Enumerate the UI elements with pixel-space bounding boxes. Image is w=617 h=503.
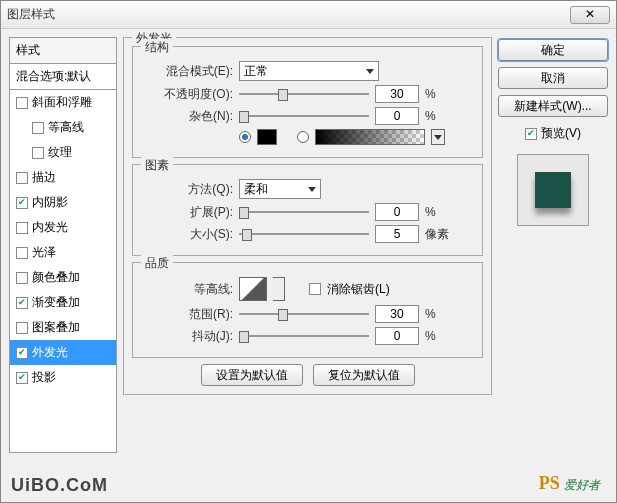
jitter-input[interactable]: 0 bbox=[375, 327, 419, 345]
style-checkbox[interactable] bbox=[16, 322, 28, 334]
reset-default-button[interactable]: 复位为默认值 bbox=[313, 364, 415, 386]
style-checkbox[interactable] bbox=[16, 197, 28, 209]
layer-style-dialog: 图层样式 ✕ 样式 混合选项:默认 斜面和浮雕等高线纹理描边内阴影内发光光泽颜色… bbox=[0, 0, 617, 503]
opacity-label: 不透明度(O): bbox=[143, 86, 233, 103]
color-radio[interactable] bbox=[239, 131, 251, 143]
contour-dropdown-button[interactable] bbox=[273, 277, 285, 301]
range-unit: % bbox=[425, 307, 436, 321]
element-title: 图素 bbox=[141, 157, 173, 174]
styles-panel: 样式 混合选项:默认 斜面和浮雕等高线纹理描边内阴影内发光光泽颜色叠加渐变叠加图… bbox=[9, 37, 117, 453]
jitter-label: 抖动(J): bbox=[143, 328, 233, 345]
structure-title: 结构 bbox=[141, 39, 173, 56]
style-item[interactable]: 光泽 bbox=[10, 240, 116, 265]
center-panel: 外发光 结构 混合模式(E): 正常 不透明度(O): 30 bbox=[123, 37, 492, 453]
color-swatch[interactable] bbox=[257, 129, 277, 145]
noise-unit: % bbox=[425, 109, 436, 123]
method-label: 方法(Q): bbox=[143, 181, 233, 198]
outer-glow-panel: 外发光 结构 混合模式(E): 正常 不透明度(O): 30 bbox=[123, 37, 492, 395]
blend-mode-value: 正常 bbox=[244, 63, 268, 80]
preview-thumbnail bbox=[517, 154, 589, 226]
element-group: 图素 方法(Q): 柔和 扩展(P): 0 % bbox=[132, 164, 483, 256]
style-checkbox[interactable] bbox=[16, 272, 28, 284]
range-slider[interactable] bbox=[239, 307, 369, 321]
cancel-button[interactable]: 取消 bbox=[498, 67, 608, 89]
close-button[interactable]: ✕ bbox=[570, 6, 610, 24]
style-item[interactable]: 纹理 bbox=[10, 140, 116, 165]
preview-checkbox[interactable] bbox=[525, 128, 537, 140]
style-item[interactable]: 颜色叠加 bbox=[10, 265, 116, 290]
style-item[interactable]: 内阴影 bbox=[10, 190, 116, 215]
style-item[interactable]: 图案叠加 bbox=[10, 315, 116, 340]
style-list: 斜面和浮雕等高线纹理描边内阴影内发光光泽颜色叠加渐变叠加图案叠加外发光投影 bbox=[9, 89, 117, 453]
range-input[interactable]: 30 bbox=[375, 305, 419, 323]
noise-slider[interactable] bbox=[239, 109, 369, 123]
style-checkbox[interactable] bbox=[16, 247, 28, 259]
spread-label: 扩展(P): bbox=[143, 204, 233, 221]
style-item-label: 外发光 bbox=[32, 344, 68, 361]
antialias-label: 消除锯齿(L) bbox=[327, 281, 390, 298]
style-item-label: 纹理 bbox=[48, 144, 72, 161]
new-style-button[interactable]: 新建样式(W)... bbox=[498, 95, 608, 117]
style-checkbox[interactable] bbox=[32, 122, 44, 134]
style-item[interactable]: 等高线 bbox=[10, 115, 116, 140]
make-default-button[interactable]: 设置为默认值 bbox=[201, 364, 303, 386]
opacity-unit: % bbox=[425, 87, 436, 101]
style-item[interactable]: 投影 bbox=[10, 365, 116, 390]
style-item-label: 光泽 bbox=[32, 244, 56, 261]
titlebar: 图层样式 ✕ bbox=[1, 1, 616, 29]
jitter-slider[interactable] bbox=[239, 329, 369, 343]
gradient-dropdown-button[interactable] bbox=[431, 129, 445, 145]
opacity-slider[interactable] bbox=[239, 87, 369, 101]
contour-label: 等高线: bbox=[143, 281, 233, 298]
style-item-label: 颜色叠加 bbox=[32, 269, 80, 286]
style-item-label: 描边 bbox=[32, 169, 56, 186]
chevron-down-icon bbox=[434, 135, 442, 140]
style-checkbox[interactable] bbox=[32, 147, 44, 159]
style-item[interactable]: 描边 bbox=[10, 165, 116, 190]
size-slider[interactable] bbox=[239, 227, 369, 241]
style-item[interactable]: 内发光 bbox=[10, 215, 116, 240]
style-item-label: 内阴影 bbox=[32, 194, 68, 211]
style-item[interactable]: 斜面和浮雕 bbox=[10, 90, 116, 115]
ok-button[interactable]: 确定 bbox=[498, 39, 608, 61]
range-label: 范围(R): bbox=[143, 306, 233, 323]
watermark-cn: 爱好者 bbox=[564, 478, 600, 492]
method-dropdown[interactable]: 柔和 bbox=[239, 179, 321, 199]
opacity-input[interactable]: 30 bbox=[375, 85, 419, 103]
watermark-ps: PS bbox=[539, 473, 560, 493]
style-checkbox[interactable] bbox=[16, 97, 28, 109]
chevron-down-icon bbox=[308, 187, 316, 192]
blend-options-item[interactable]: 混合选项:默认 bbox=[9, 63, 117, 89]
style-checkbox[interactable] bbox=[16, 372, 28, 384]
style-item[interactable]: 外发光 bbox=[10, 340, 116, 365]
watermark-text: UiBO.CoM bbox=[11, 475, 108, 496]
style-item[interactable]: 渐变叠加 bbox=[10, 290, 116, 315]
antialias-checkbox[interactable] bbox=[309, 283, 321, 295]
contour-swatch[interactable] bbox=[239, 277, 267, 301]
blend-mode-label: 混合模式(E): bbox=[143, 63, 233, 80]
close-icon: ✕ bbox=[585, 7, 595, 21]
spread-slider[interactable] bbox=[239, 205, 369, 219]
preview-inner bbox=[535, 172, 571, 208]
dialog-title: 图层样式 bbox=[7, 6, 55, 23]
blend-mode-dropdown[interactable]: 正常 bbox=[239, 61, 379, 81]
noise-label: 杂色(N): bbox=[143, 108, 233, 125]
styles-header[interactable]: 样式 bbox=[9, 37, 117, 63]
style-item-label: 斜面和浮雕 bbox=[32, 94, 92, 111]
style-checkbox[interactable] bbox=[16, 297, 28, 309]
gradient-radio[interactable] bbox=[297, 131, 309, 143]
structure-group: 结构 混合模式(E): 正常 不透明度(O): 30 % bbox=[132, 46, 483, 158]
quality-group: 品质 等高线: 消除锯齿(L) 范围(R): 30 % bbox=[132, 262, 483, 358]
style-checkbox[interactable] bbox=[16, 347, 28, 359]
style-item-label: 投影 bbox=[32, 369, 56, 386]
style-checkbox[interactable] bbox=[16, 222, 28, 234]
noise-input[interactable]: 0 bbox=[375, 107, 419, 125]
gradient-swatch[interactable] bbox=[315, 129, 425, 145]
chevron-down-icon bbox=[366, 69, 374, 74]
style-checkbox[interactable] bbox=[16, 172, 28, 184]
spread-input[interactable]: 0 bbox=[375, 203, 419, 221]
method-value: 柔和 bbox=[244, 181, 268, 198]
style-item-label: 内发光 bbox=[32, 219, 68, 236]
style-item-label: 渐变叠加 bbox=[32, 294, 80, 311]
size-input[interactable]: 5 bbox=[375, 225, 419, 243]
